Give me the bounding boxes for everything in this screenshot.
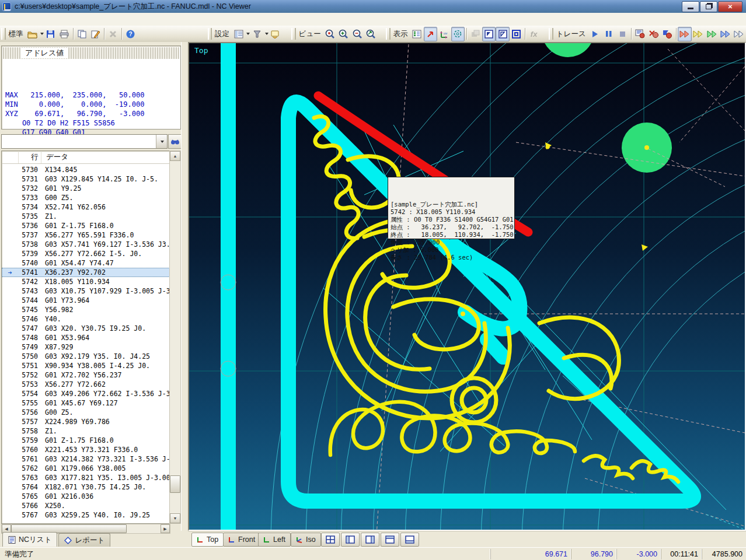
flag-ball-button[interactable] <box>660 27 674 41</box>
nc-list-row[interactable]: 5742 X18.005 Y110.934 <box>2 277 170 286</box>
scroll-down-button[interactable]: ▼ <box>170 513 180 523</box>
address-list-button[interactable] <box>232 27 245 41</box>
property-button[interactable] <box>269 27 282 41</box>
tab-report[interactable]: レポート <box>58 533 110 547</box>
zoom-fit-button[interactable] <box>364 27 378 41</box>
minimize-button[interactable] <box>682 1 699 12</box>
view-tab-iso[interactable]: Iso <box>291 533 321 547</box>
nc-list-row[interactable]: 5756 G00 Z5. <box>2 408 170 417</box>
save-button[interactable] <box>44 27 57 41</box>
nc-list-row[interactable]: 5743 G03 X10.75 Y107.929 I-3.005 J-3.005 <box>2 286 170 296</box>
list-display-button[interactable] <box>410 27 424 41</box>
menu-item[interactable] <box>53 18 63 20</box>
trace-pause-button[interactable] <box>602 27 615 41</box>
scroll-up-button[interactable]: ▲ <box>170 151 180 161</box>
nc-list-row[interactable]: 5744 G01 Y73.964 <box>2 296 170 305</box>
scroll-right-button[interactable]: ▶ <box>161 524 170 533</box>
view-tab-left[interactable]: Left <box>258 533 291 547</box>
open-file-button[interactable] <box>26 27 39 41</box>
nc-list-row[interactable]: 5749 X87.929 <box>2 342 170 352</box>
nc-list-row[interactable]: 5760 X221.453 Y73.321 F336.0 <box>2 445 170 454</box>
nc-list-row[interactable]: 5759 G01 Z-1.75 F168.0 <box>2 436 170 445</box>
report-ball-button[interactable] <box>633 27 647 41</box>
nc-list-row[interactable]: 5752 G01 X72.702 Y56.237 <box>2 370 170 380</box>
nc-list-row[interactable]: 5761 G03 X214.382 Y73.321 I-3.536 J-3.53… <box>2 454 170 464</box>
nc-list-row[interactable]: 5739 X56.277 Y72.662 I-5. J0. <box>2 249 170 258</box>
nc-list-column-data[interactable]: データ <box>41 152 68 162</box>
graphics-viewport[interactable]: Top [sample_プレート穴加工.nc]5742 : X18.005 Y1… <box>188 42 746 531</box>
zoom-in-button[interactable] <box>337 27 350 41</box>
tool-setting-dropdown-icon[interactable] <box>265 33 269 35</box>
trace-play-button[interactable] <box>588 27 602 41</box>
nc-list-row[interactable]: 5748 G01 X53.964 <box>2 333 170 342</box>
nc-list-row[interactable]: 5745 Y56.982 <box>2 305 170 314</box>
copy-button[interactable] <box>75 27 88 41</box>
nc-list-row[interactable]: 5735 Z1. <box>2 212 170 221</box>
nc-list-row[interactable]: 5733 G00 Z5. <box>2 193 170 202</box>
print-button[interactable] <box>57 27 71 41</box>
ff-green-button[interactable] <box>705 27 719 41</box>
toolbar-grip[interactable] <box>291 28 296 40</box>
layout-bottom-split-button[interactable] <box>400 533 419 547</box>
corner-flag-2-button[interactable] <box>496 27 509 41</box>
view-tab-top[interactable]: Top <box>191 533 224 547</box>
nc-list-row[interactable]: 5731 G03 X129.845 Y14.25 I0. J-5. <box>2 174 170 184</box>
tab-nc-list[interactable]: NCリスト <box>2 532 57 547</box>
nc-list-row[interactable]: 5765 G01 X216.036 <box>2 492 170 501</box>
nc-list-row[interactable]: 5755 G01 X45.67 Y69.127 <box>2 398 170 408</box>
nc-list-row[interactable]: 5766 X250. <box>2 501 170 510</box>
search-button[interactable] <box>168 134 182 149</box>
cut-ball-button[interactable] <box>647 27 660 41</box>
nc-list-row[interactable]: 5757 X224.989 Y69.786 <box>2 417 170 426</box>
tool-setting-button[interactable] <box>250 27 263 41</box>
nc-list-row[interactable]: 5734 X52.741 Y62.056 <box>2 202 170 212</box>
nc-list-row[interactable]: 5758 Z1. <box>2 426 170 436</box>
nc-list-vertical-scrollbar[interactable]: ▲ ▼ <box>169 150 181 524</box>
layout-quad-button[interactable] <box>321 533 340 547</box>
view-tab-front[interactable]: Front <box>223 533 260 547</box>
nc-list-row[interactable]: 5737 X56.277 Y65.591 F336.0 <box>2 230 170 240</box>
nc-list-row[interactable]: 5763 G03 X177.821 Y35. I3.005 J-3.005 <box>2 473 170 482</box>
menu-item[interactable] <box>42 18 53 20</box>
combobox-dropdown-button[interactable] <box>156 135 167 148</box>
nc-list-row[interactable]: 5767 G03 X259.25 Y40. I0. J9.25 <box>2 510 170 520</box>
nc-list-row[interactable]: 5747 G03 X20. Y30.75 I9.25 J0. <box>2 324 170 333</box>
ff-blue-button[interactable] <box>719 27 732 41</box>
center-mark-button[interactable] <box>451 27 465 41</box>
zoom-out-button[interactable] <box>350 27 364 41</box>
toolbar-grip[interactable] <box>386 28 391 40</box>
trace-arrow-button[interactable] <box>424 27 437 41</box>
layout-vsplit-button[interactable] <box>341 533 360 547</box>
open-dropdown-icon[interactable] <box>40 33 44 35</box>
toolbar-grip[interactable] <box>1 28 6 40</box>
layout-right-split-button[interactable] <box>361 533 379 547</box>
nc-list-row[interactable]: 5741 X36.237 Y92.702 <box>2 268 170 277</box>
menu-item[interactable] <box>21 18 32 20</box>
menu-item[interactable] <box>32 18 42 20</box>
ff-red-button[interactable] <box>678 27 691 41</box>
nc-list-row[interactable]: 5750 G03 X92.179 Y35. I0. J4.25 <box>2 352 170 361</box>
nc-list-row[interactable]: 5740 G01 X54.47 Y74.47 <box>2 258 170 268</box>
edit-button[interactable] <box>89 27 102 41</box>
vertical-scroll-thumb[interactable] <box>170 475 180 493</box>
menu-item[interactable] <box>11 18 21 20</box>
nc-list-row[interactable]: 5751 X90.934 Y38.005 I-4.25 J0. <box>2 361 170 370</box>
nc-list-row[interactable]: 5753 X56.277 Y72.662 <box>2 380 170 389</box>
trace-stop-button[interactable] <box>615 27 629 41</box>
search-combobox[interactable] <box>1 134 168 149</box>
close-button[interactable]: ✕ <box>718 1 742 12</box>
wrap-square-button[interactable] <box>510 27 523 41</box>
nc-list-column-line[interactable]: 行 <box>19 151 41 163</box>
help-button[interactable]: ? <box>124 27 137 41</box>
restore-button[interactable] <box>700 1 717 12</box>
corner-flag-1-button[interactable] <box>482 27 496 41</box>
nc-list-row[interactable]: 5732 G01 Y9.25 <box>2 184 170 193</box>
nc-list-row[interactable]: 5736 G01 Z-1.75 F168.0 <box>2 221 170 230</box>
toolbar-grip[interactable] <box>549 28 553 40</box>
nc-list-row[interactable]: 5762 G01 X179.066 Y38.005 <box>2 464 170 473</box>
ff-white-button[interactable] <box>733 27 746 41</box>
nc-list-row[interactable]: 5746 Y40. <box>2 314 170 324</box>
ff-yellow-button[interactable] <box>692 27 705 41</box>
nc-list-row[interactable]: 5754 G03 X49.206 Y72.662 I-3.536 J-3.536 <box>2 389 170 398</box>
nc-list-row[interactable]: 5738 G03 X57.741 Y69.127 I-3.536 J3.536 <box>2 240 170 249</box>
